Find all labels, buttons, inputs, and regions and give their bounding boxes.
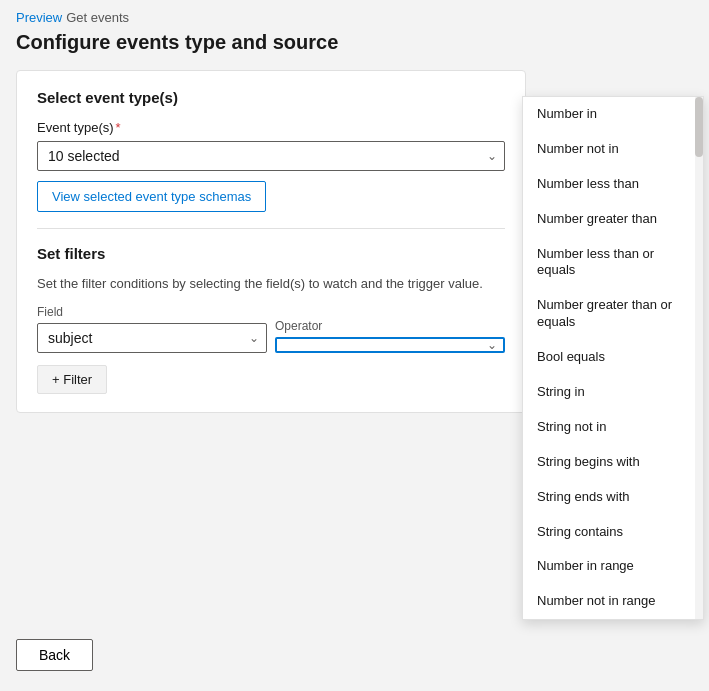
breadcrumb-separator: Get events <box>66 10 129 25</box>
chevron-down-icon: ⌄ <box>487 149 497 163</box>
event-type-label: Event type(s)* <box>37 120 505 135</box>
field-chevron-down-icon: ⌄ <box>249 331 259 345</box>
section-divider <box>37 228 505 229</box>
scrollbar-thumb[interactable] <box>695 97 703 157</box>
field-value: subject <box>48 330 92 346</box>
dropdown-item[interactable]: Number less than <box>523 167 703 202</box>
page-title: Configure events type and source <box>16 31 693 54</box>
filter-grid: Field subject ⌄ Operator ⌄ <box>37 305 505 353</box>
add-filter-button[interactable]: + Filter <box>37 365 107 394</box>
filters-section-title: Set filters <box>37 245 505 262</box>
field-select[interactable]: subject ⌄ <box>37 323 267 353</box>
breadcrumb: Preview Get events <box>16 10 693 25</box>
event-type-select[interactable]: 10 selected ⌄ <box>37 141 505 171</box>
operator-column: Operator ⌄ <box>275 319 505 353</box>
field-select-wrapper[interactable]: subject ⌄ <box>37 323 267 353</box>
dropdown-item[interactable]: String in <box>523 375 703 410</box>
dropdown-scroll-area[interactable]: Number inNumber not inNumber less thanNu… <box>523 97 703 619</box>
breadcrumb-preview[interactable]: Preview <box>16 10 62 25</box>
operator-chevron-down-icon: ⌄ <box>487 338 497 352</box>
field-col-label: Field <box>37 305 267 319</box>
dropdown-item[interactable]: Number in <box>523 97 703 132</box>
dropdown-item[interactable]: Number less than or equals <box>523 237 703 289</box>
scrollbar-track <box>695 97 703 619</box>
operator-col-label: Operator <box>275 319 505 333</box>
operator-select-wrapper[interactable]: ⌄ <box>275 337 505 353</box>
select-section-title: Select event type(s) <box>37 89 505 106</box>
field-column: Field subject ⌄ <box>37 305 267 353</box>
dropdown-item[interactable]: String ends with <box>523 480 703 515</box>
dropdown-item[interactable]: Number greater than or equals <box>523 288 703 340</box>
required-star: * <box>116 120 121 135</box>
back-button[interactable]: Back <box>16 639 93 671</box>
operator-dropdown: Number inNumber not inNumber less thanNu… <box>522 96 704 620</box>
view-schemas-button[interactable]: View selected event type schemas <box>37 181 266 212</box>
filters-description: Set the filter conditions by selecting t… <box>37 276 505 291</box>
dropdown-item[interactable]: Number in range <box>523 549 703 584</box>
event-type-select-wrapper[interactable]: 10 selected ⌄ <box>37 141 505 171</box>
main-card: Select event type(s) Event type(s)* 10 s… <box>16 70 526 413</box>
event-type-value: 10 selected <box>48 148 120 164</box>
operator-select[interactable]: ⌄ <box>275 337 505 353</box>
dropdown-item[interactable]: String not in <box>523 410 703 445</box>
dropdown-item[interactable]: String begins with <box>523 445 703 480</box>
dropdown-item[interactable]: Number not in range <box>523 584 703 619</box>
dropdown-item[interactable]: Number not in <box>523 132 703 167</box>
dropdown-item[interactable]: Number greater than <box>523 202 703 237</box>
dropdown-item[interactable]: String contains <box>523 515 703 550</box>
dropdown-item[interactable]: Bool equals <box>523 340 703 375</box>
